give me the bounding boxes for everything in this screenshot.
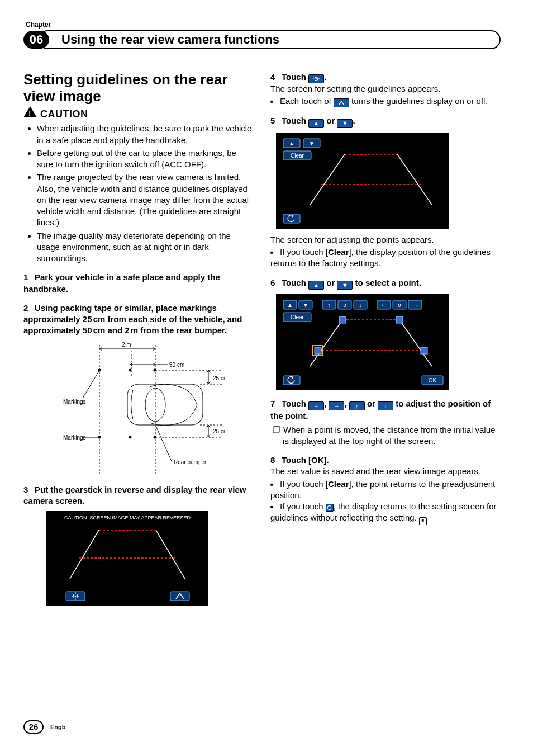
step-7-or: or xyxy=(365,399,378,408)
dim-2m: 2 m xyxy=(122,342,131,348)
screen-caption: CAUTION: SCREEN IMAGE MAY APPEAR REVERSE… xyxy=(64,515,191,521)
arrow-down-icon[interactable]: ▼ xyxy=(337,281,353,290)
dim-50cm: 50 cm xyxy=(169,362,184,368)
step-3-text: Put the gearstick in reverse and display… xyxy=(23,485,246,505)
step-5-note: If you touch [Clear], the display positi… xyxy=(270,247,501,270)
svg-rect-34 xyxy=(277,133,449,228)
caution-label: CAUTION xyxy=(40,107,88,121)
language-code: Engb xyxy=(50,723,66,731)
chapter-header: 06 Using the rear view camera functions xyxy=(23,30,501,49)
step-7-text-a: Touch xyxy=(282,399,308,408)
step-4: 4Touch . xyxy=(270,72,501,83)
step-5-notes: If you touch [Clear], the display positi… xyxy=(270,247,501,270)
step-1: 1Park your vehicle in a safe place and a… xyxy=(23,272,254,295)
left-column: Setting guidelines on the rear view imag… xyxy=(23,72,254,606)
step-4-desc: The screen for setting the guidelines ap… xyxy=(270,83,501,94)
step-5-desc: The screen for adjusting the points appe… xyxy=(270,234,501,245)
step-5-text-a: Touch xyxy=(282,116,308,125)
svg-rect-65 xyxy=(339,316,346,323)
step-5: 5Touch ▲ or ▼. xyxy=(270,115,501,127)
arrow-right-icon[interactable]: → xyxy=(329,401,344,410)
step-8-text: Touch [OK]. xyxy=(282,455,329,465)
step-8-note-1: If you touch [Clear], the point returns … xyxy=(270,479,501,502)
svg-line-22 xyxy=(156,426,172,462)
arrow-up-icon[interactable]: ▲ xyxy=(308,119,324,128)
svg-text:▼: ▼ xyxy=(309,140,315,147)
step-8-desc: The set value is saved and the rear view… xyxy=(270,466,501,477)
guideline-toggle-icon[interactable] xyxy=(334,98,349,107)
camera-screen-preview-2: ▲ ▼ Clear xyxy=(276,133,449,229)
svg-point-33 xyxy=(316,78,317,79)
svg-text:→: → xyxy=(412,301,418,308)
svg-text:↑: ↑ xyxy=(327,301,331,308)
zero-button: 0 xyxy=(398,303,401,308)
step-6: 6Touch ▲ or ▼ to select a point. xyxy=(270,277,501,290)
step-5-text-b: . xyxy=(353,116,355,125)
svg-rect-67 xyxy=(421,347,427,354)
caution-item: The image quality may deteriorate depend… xyxy=(37,230,254,264)
step-7-note: When a point is moved, the distance from… xyxy=(283,424,501,447)
adjust-icon[interactable] xyxy=(308,74,324,83)
arrow-down-icon[interactable]: ▼ xyxy=(337,119,353,128)
marking-diagram: .dln{stroke:#000;stroke-width:1;stroke-d… xyxy=(23,337,254,476)
caution-item: When adjusting the guidelines, be sure t… xyxy=(37,123,254,146)
chapter-title-wrap: Using the rear view camera functions xyxy=(38,30,501,49)
svg-text:←: ← xyxy=(381,301,387,308)
rear-bumper-label: Rear bumper xyxy=(174,459,207,465)
step-8-note-2: If you touch , the display returns to th… xyxy=(270,501,501,525)
chapter-title: Using the rear view camera functions xyxy=(61,31,279,48)
step-4-text-b: . xyxy=(324,72,326,82)
arrow-left-icon[interactable]: ← xyxy=(308,401,324,410)
clear-button: Clear xyxy=(291,153,304,159)
svg-rect-66 xyxy=(396,316,403,323)
caution-list: When adjusting the guidelines, be sure t… xyxy=(23,123,254,264)
arrow-down-small-icon[interactable]: ↓ xyxy=(378,401,393,410)
step-6-text-b: to select a point. xyxy=(353,278,421,287)
ok-button: OK xyxy=(429,377,437,384)
camera-screen-preview-3: ▲ ▼ ↑ 0 ↓ ← 0 → Clear OK xyxy=(276,294,449,390)
step-5-or: or xyxy=(324,116,337,125)
clear-keyword: Clear xyxy=(328,479,349,489)
back-icon[interactable] xyxy=(326,504,334,512)
markings-label-a: Markings xyxy=(63,399,86,405)
step-2-text: Using packing tape or similar, place mar… xyxy=(23,303,242,336)
arrow-up-icon[interactable]: ▲ xyxy=(308,281,324,290)
step-6-text-a: Touch xyxy=(282,278,308,287)
step-1-text: Park your vehicle in a safe place and ap… xyxy=(23,272,220,293)
caution-item: The range projected by the rear view cam… xyxy=(37,172,254,228)
section-end-icon xyxy=(419,517,427,525)
svg-text:▲: ▲ xyxy=(289,140,294,147)
svg-line-12 xyxy=(83,370,99,398)
svg-point-30 xyxy=(75,596,77,597)
chapter-label: Chapter xyxy=(26,20,501,29)
warning-icon xyxy=(23,106,37,117)
chapter-number-badge: 06 xyxy=(23,31,49,49)
caution-item: Before getting out of the car to place t… xyxy=(37,148,254,171)
svg-rect-69 xyxy=(315,347,321,354)
arrow-up-small-icon[interactable]: ↑ xyxy=(349,401,365,410)
step-7-notes: When a point is moved, the distance from… xyxy=(270,424,501,447)
page-number: 26 xyxy=(23,720,44,734)
page-footer: 26 Engb xyxy=(23,720,66,734)
step-2: 2Using packing tape or similar, place ma… xyxy=(23,303,254,337)
svg-text:▲: ▲ xyxy=(287,302,293,308)
step-4-note: Each touch of turns the guidelines displ… xyxy=(270,96,501,107)
svg-text:▼: ▼ xyxy=(303,302,308,308)
svg-point-7 xyxy=(129,368,132,371)
zero-button: 0 xyxy=(343,303,346,308)
dim-25cm-a: 25 cm xyxy=(213,375,225,381)
section-title: Setting guidelines on the rear view imag… xyxy=(23,72,254,105)
step-3: 3Put the gearstick in reverse and displa… xyxy=(23,484,254,507)
right-column: 4Touch . The screen for setting the guid… xyxy=(270,72,501,606)
camera-screen-preview-1: CAUTION: SCREEN IMAGE MAY APPEAR REVERSE… xyxy=(46,511,208,606)
caution-heading: CAUTION xyxy=(23,106,254,121)
markings-label-b: Markings xyxy=(63,434,86,441)
step-6-or: or xyxy=(324,278,337,287)
svg-text:↓: ↓ xyxy=(359,301,362,308)
clear-keyword: Clear xyxy=(328,247,349,257)
step-4-text-a: Touch xyxy=(282,72,308,82)
step-8-notes: If you touch [Clear], the point returns … xyxy=(270,479,501,525)
clear-button: Clear xyxy=(291,314,304,320)
step-8: 8Touch [OK]. xyxy=(270,455,501,466)
svg-point-10 xyxy=(129,436,132,438)
